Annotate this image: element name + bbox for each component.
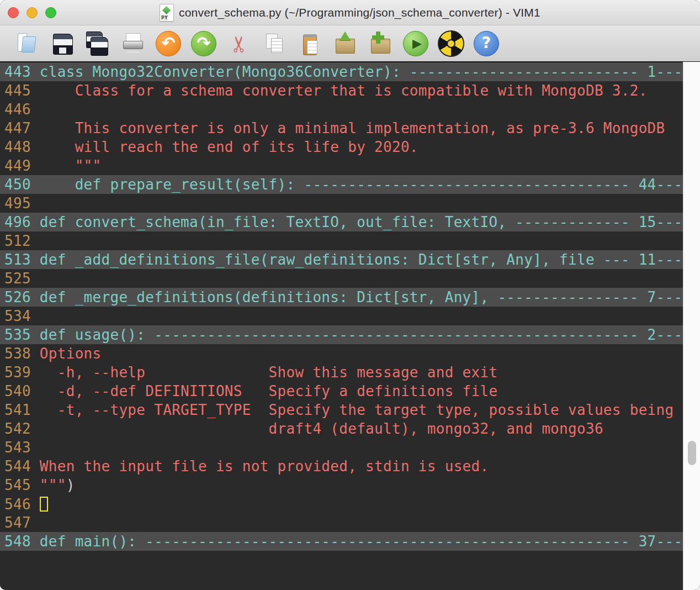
- line-number: 450: [4, 176, 40, 193]
- code-text: -h, --help Show this message and exit: [40, 364, 498, 381]
- run-script-button[interactable]: [398, 29, 433, 58]
- line-number: 540: [4, 383, 40, 399]
- line-number: 448: [4, 139, 40, 155]
- editor-line-548[interactable]: 548 def main(): ------------------------…: [0, 532, 700, 551]
- minimize-button[interactable]: [26, 7, 38, 18]
- python-file-icon: [160, 4, 174, 22]
- line-number: 495: [4, 195, 40, 212]
- code-text: """: [40, 157, 102, 174]
- editor-line-445[interactable]: 445 Class for a schema converter that is…: [0, 81, 700, 100]
- gvim-window: convert_schema.py (~/Programming/json_sc…: [0, 0, 700, 590]
- editor-line-543[interactable]: 543: [0, 438, 700, 457]
- editor-area[interactable]: 443 class Mongo32Converter(Mongo36Conver…: [0, 62, 700, 590]
- cut-button[interactable]: [221, 29, 257, 58]
- folded-line-text: class Mongo32Converter(Mongo36Converter)…: [40, 64, 683, 80]
- editor-line-448[interactable]: 448 will reach the end of its life by 20…: [0, 138, 700, 156]
- editor-line-544[interactable]: 544 When the input file is not provided,…: [0, 457, 700, 476]
- line-number: 513: [4, 251, 40, 268]
- text-cursor: [40, 497, 48, 512]
- load-session-icon: [333, 31, 357, 56]
- window-title: convert_schema.py (~/Programming/json_sc…: [179, 6, 540, 19]
- run-script-icon: [403, 31, 428, 56]
- line-number: 547: [4, 514, 40, 531]
- save-all-button[interactable]: [80, 29, 115, 58]
- save-session-button[interactable]: [363, 29, 398, 58]
- editor-line-547[interactable]: 547: [0, 513, 700, 532]
- line-number: 449: [4, 157, 40, 174]
- folded-line-text: def convert_schema(in_file: TextIO, out_…: [40, 214, 683, 230]
- editor-line-542[interactable]: 542 draft4 (default), mongo32, and mongo…: [0, 419, 700, 438]
- editor-line-526[interactable]: 526 def _merge_definitions(definitions: …: [0, 288, 700, 307]
- editor-line-446[interactable]: 446: [0, 100, 700, 119]
- scrollbar-track[interactable]: [683, 62, 700, 590]
- title-bar[interactable]: convert_schema.py (~/Programming/json_sc…: [0, 0, 700, 25]
- editor-line-535[interactable]: 535 def usage(): -----------------------…: [0, 325, 700, 344]
- editor-line-540[interactable]: 540 -d, --def DEFINITIONS Specify a defi…: [0, 382, 700, 401]
- line-number: 496: [4, 214, 40, 230]
- line-number: 539: [4, 364, 40, 381]
- editor-line-443[interactable]: 443 class Mongo32Converter(Mongo36Conver…: [0, 62, 700, 81]
- line-number: 544: [4, 458, 40, 475]
- line-number: 546: [4, 496, 40, 513]
- editor-line-496[interactable]: 496 def convert_schema(in_file: TextIO, …: [0, 213, 700, 231]
- editor-line-449[interactable]: 449 """: [0, 156, 700, 175]
- paste-icon: [298, 31, 322, 56]
- line-number: 534: [4, 308, 40, 324]
- editor-line-513[interactable]: 513 def _add_definitions_file(raw_defini…: [0, 250, 700, 269]
- code-text: draft4 (default), mongo32, and mongo36: [40, 420, 603, 437]
- load-session-button[interactable]: [327, 29, 363, 58]
- paste-button[interactable]: [292, 29, 327, 58]
- folded-line-text: def _add_definitions_file(raw_definition…: [40, 251, 683, 268]
- editor-line-541[interactable]: 541 -t, --type TARGET_TYPE Specify the t…: [0, 401, 700, 419]
- editor-line-539[interactable]: 539 -h, --help Show this message and exi…: [0, 363, 700, 382]
- line-number: 525: [4, 270, 40, 287]
- traffic-lights: [8, 7, 56, 18]
- editor-line-447[interactable]: 447 This converter is only a minimal imp…: [0, 119, 700, 138]
- redo-icon: [191, 31, 216, 56]
- editor-line-538[interactable]: 538 Options: [0, 344, 700, 363]
- make-button[interactable]: [433, 29, 469, 58]
- editor-lines: 443 class Mongo32Converter(Mongo36Conver…: [0, 62, 700, 551]
- redo-button[interactable]: [186, 29, 221, 58]
- editor-line-545[interactable]: 545 """): [0, 476, 700, 494]
- save-icon: [50, 31, 75, 56]
- open-file-icon: [15, 31, 39, 56]
- line-number: 443: [4, 64, 40, 80]
- toolbar: [0, 25, 700, 62]
- folded-line-text: def prepare_result(self): --------------…: [40, 176, 683, 193]
- editor-line-525[interactable]: 525: [0, 269, 700, 288]
- code-text: -d, --def DEFINITIONS Specify a definiti…: [40, 383, 498, 399]
- code-text: will reach the end of its life by 2020.: [40, 139, 418, 155]
- line-number: 543: [4, 439, 40, 456]
- code-text: When the input file is not provided, std…: [40, 458, 489, 475]
- line-number: 535: [4, 326, 40, 343]
- line-number: 526: [4, 289, 40, 305]
- code-text: Options: [40, 345, 102, 362]
- copy-button[interactable]: [257, 29, 292, 58]
- help-icon: [474, 31, 499, 56]
- line-number: 445: [4, 82, 40, 99]
- scrollbar-thumb[interactable]: [688, 441, 696, 465]
- help-button[interactable]: [469, 29, 504, 58]
- print-icon: [121, 31, 145, 56]
- line-number: 538: [4, 345, 40, 362]
- zoom-button[interactable]: [45, 7, 56, 18]
- save-button[interactable]: [45, 29, 80, 58]
- folded-line-text: def usage(): ---------------------------…: [40, 326, 683, 343]
- save-session-icon: [368, 31, 393, 56]
- editor-line-534[interactable]: 534: [0, 307, 700, 325]
- editor-line-546[interactable]: 546: [0, 494, 700, 513]
- undo-button[interactable]: [151, 29, 186, 58]
- line-number: 545: [4, 477, 40, 493]
- cut-scissors-icon: [227, 31, 251, 56]
- print-button[interactable]: [115, 29, 151, 58]
- radioactive-icon: [438, 30, 464, 57]
- close-button[interactable]: [8, 7, 19, 18]
- save-all-icon: [86, 31, 110, 56]
- editor-line-450[interactable]: 450 def prepare_result(self): ----------…: [0, 175, 700, 194]
- editor-line-495[interactable]: 495: [0, 194, 700, 213]
- editor-line-512[interactable]: 512: [0, 231, 700, 250]
- open-button[interactable]: [9, 29, 45, 58]
- code-text: Class for a schema converter that is com…: [40, 82, 648, 99]
- line-number: 447: [4, 120, 40, 136]
